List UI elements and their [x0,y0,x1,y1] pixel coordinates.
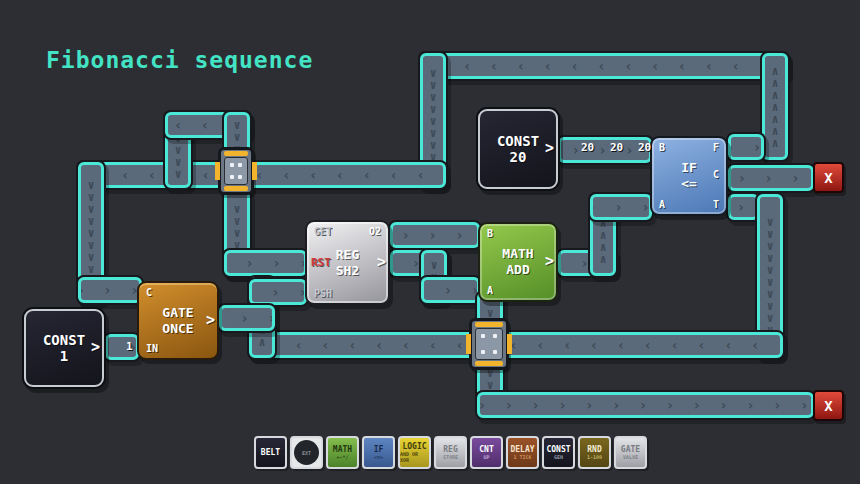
tool-belt-button[interactable]: BELT [254,436,287,469]
bridge-dot [493,350,497,354]
bridge-face [224,157,248,185]
block-const-20[interactable]: CONST20> [478,109,558,189]
belt-segment[interactable]: › › › › › [390,222,480,248]
block-label: ONCE [162,321,193,337]
belt-chevrons: › › › › [224,255,307,271]
block-gate-once[interactable]: GATEONCECIN> [137,281,219,360]
tool-rnd-button[interactable]: RND1-100 [578,436,611,469]
toolbar: BELTEXTMATH+-*/IF<=>LOGICAND OR XORREGST… [254,436,647,469]
belt-bridge[interactable] [218,147,254,195]
port-b: B [659,142,665,153]
game-canvas[interactable]: Fibonacci sequence ‹ ‹ ‹ ‹ ‹ ‹ ‹ ‹ ‹ ‹ ‹… [0,0,860,484]
port-a: A [659,199,665,210]
belt-value: 20 [581,141,594,154]
port-f: F [713,142,719,153]
block-const-1[interactable]: CONST1> [24,309,104,387]
belt-chevrons: › › › [219,310,275,326]
block-label: GATE [162,305,193,321]
tool-math-button[interactable]: MATH+-*/ [326,436,359,469]
block-label: IF [681,160,697,176]
belt-chevrons: ‹ ‹ ‹ ‹ ‹ ‹ ‹ ‹ ‹ ‹ ‹ ‹ ‹ ‹ ‹ ‹ ‹ ‹ ‹ ‹ … [249,337,783,353]
belt-chevrons: ∨ ∨ ∨ ∨ ∨ ∨ ∨ ∨ ∨ [429,67,436,175]
bridge-dot [493,334,497,338]
output-arrow-icon: > [91,338,100,356]
output-block-x[interactable]: X [813,162,844,193]
belt-chevrons: › › › [590,199,652,215]
port-c: C [146,287,152,298]
belt-segment[interactable]: › › › [249,279,307,305]
tool-label: CNT [479,445,493,454]
tool-reg-button[interactable]: REGSTORE [434,436,467,469]
port-c: C [713,169,719,180]
output-arrow-icon: > [206,311,215,329]
belt-bridge[interactable] [469,318,509,370]
output-arrow-icon: > [377,253,386,271]
block-label: <= [681,176,697,192]
belt-segment[interactable]: ∧ ∧ ∧ ∧ ∧ ∧ ∧ [762,53,788,160]
bridge-face [475,328,503,360]
output-block-x[interactable]: X [813,390,844,421]
port-a: A [487,285,493,296]
port-t: T [713,199,719,210]
tool-ext-button[interactable]: EXT [290,436,323,469]
belt-chevrons: › › › › › [728,170,814,186]
belt-segment[interactable]: › › [105,334,139,360]
tool-label: MATH [333,445,352,454]
bridge-tabr [507,334,512,354]
belt-chevrons: › › › [78,282,142,298]
port-psh: PSH [314,288,332,299]
belt-chevrons: › › › › › [390,227,480,243]
bridge-dot [230,163,234,167]
belt-segment[interactable]: ‹ ‹ ‹ ‹ ‹ ‹ ‹ ‹ ‹ ‹ ‹ ‹ ‹ ‹ ‹ ‹ ‹ ‹ ‹ ‹ … [78,162,446,188]
tool-sublabel: AND OR XOR [400,451,429,463]
block-math-add[interactable]: MATHADDBA> [478,222,558,302]
belt-segment[interactable]: › › › › › › › › › › › › › › › › › › › [477,392,814,418]
belt-segment[interactable]: › › › › › [728,165,814,191]
belt-chevrons: › › › [421,282,480,298]
tool-label: IF [374,445,384,454]
tool-delay-button[interactable]: DELAY1 TICK [506,436,539,469]
bridge-tabl [466,334,471,354]
belt-value: 1 [126,340,133,353]
bridge-dot [238,175,242,179]
tool-label: LOGIC [402,442,426,451]
belt-chevrons: › › › [249,284,307,300]
tool-label: REG [443,445,457,454]
belt-segment[interactable]: › › › [219,305,275,331]
belt-value: 20 [638,141,651,154]
belt-segment[interactable]: › › [728,134,764,160]
port-get: GET [314,226,332,237]
tool-sublabel: VALVE [623,454,638,460]
tool-if-button[interactable]: IF<=> [362,436,395,469]
block-label: CONST [497,133,539,149]
belt-segment[interactable]: › › › [421,277,480,303]
belt-segment[interactable]: ‹ ‹ ‹ ‹ ‹ ‹ ‹ ‹ ‹ ‹ ‹ ‹ ‹ ‹ ‹ ‹ ‹ ‹ ‹ ‹ … [249,332,783,358]
output-arrow-icon: > [545,139,554,157]
tool-logic-button[interactable]: LOGICAND OR XOR [398,436,431,469]
output-arrow-icon: > [545,252,554,270]
block-reg-sh2[interactable]: REGSH2GETO2RSTPSH> [305,220,390,305]
belt-segment[interactable]: ‹ ‹ ‹ ‹ ‹ ‹ ‹ ‹ ‹ ‹ ‹ ‹ ‹ ‹ ‹ ‹ ‹ ‹ ‹ ‹ … [420,53,788,79]
belt-chevrons: › [737,199,750,215]
bridge-dot [230,175,234,179]
belt-chevrons: ∨ ∨ ∨ ∨ ∨ ∨ ∨ ∨ ∨ [87,179,94,287]
port-b: B [487,228,493,239]
belt-chevrons: ‹ ‹ ‹ ‹ ‹ ‹ ‹ ‹ ‹ ‹ ‹ ‹ ‹ ‹ ‹ ‹ ‹ ‹ ‹ ‹ … [78,167,446,183]
belt-segment[interactable]: › [728,194,759,220]
belt-segment[interactable]: › › › [590,194,652,220]
block-if-lte[interactable]: IF<=BFCAT [650,136,728,216]
belt-chevrons: ∨ ∨ ∨ ∨ ∨ ∨ ∨ ∨ ∨ ∨ [766,216,773,336]
block-label: ADD [506,262,529,278]
tool-label: CONST [546,445,570,454]
belt-segment[interactable]: › › › [78,277,142,303]
tool-sublabel: +-*/ [336,454,348,460]
tool-gate-button[interactable]: GATEVALVE [614,436,647,469]
belt-chevrons: ‹ ‹ ‹ ‹ ‹ ‹ ‹ ‹ ‹ ‹ ‹ ‹ ‹ ‹ ‹ ‹ ‹ ‹ ‹ ‹ … [420,58,788,74]
tool-sublabel: 1 TICK [513,454,531,460]
tool-label: GATE [621,445,640,454]
tool-const-button[interactable]: CONSTGEN [542,436,575,469]
belt-chevrons: › › › › › › › › › › › › › › › › › › › [477,397,814,413]
tool-sublabel: 1-100 [587,454,602,460]
belt-segment[interactable]: › › › › [224,250,307,276]
tool-cnt-button[interactable]: CNTUP [470,436,503,469]
